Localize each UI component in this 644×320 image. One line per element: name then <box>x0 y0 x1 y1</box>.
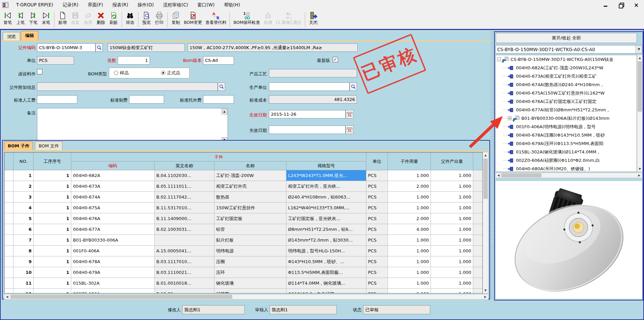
toolbar-button-关闭[interactable]: 关闭 <box>307 11 320 29</box>
cell-no[interactable]: 12 <box>13 289 34 294</box>
cell-en[interactable]: B.05.1111011... <box>155 181 214 192</box>
cell-code[interactable]: 004H0-682A <box>71 170 155 181</box>
cell-qty[interactable]: 1.000 <box>388 256 431 267</box>
tree-vertical-scrollbar[interactable]: ▲ ▼ <box>637 55 643 172</box>
cell-name[interactable]: 散热器 <box>214 192 286 203</box>
tree-node[interactable]: 004H0-682A(工矿灯-顶盖-200W)(L243*W <box>496 64 637 72</box>
cell-out[interactable]: 1.000 <box>431 235 473 246</box>
cell-en[interactable]: B.03.1117010... <box>155 256 214 267</box>
parent-extra-search-button[interactable] <box>218 82 225 91</box>
cell-seq[interactable]: 1 <box>34 192 71 203</box>
cell-no[interactable]: 6 <box>13 224 34 235</box>
batch-input[interactable] <box>118 56 150 65</box>
cell-en[interactable]: A.15.0005041... <box>155 246 214 256</box>
radio-official[interactable]: 正式品 <box>161 70 180 76</box>
cell-seq[interactable]: 1 <box>34 181 71 192</box>
cell-en[interactable]: B.02.1117042... <box>155 192 214 203</box>
cell-code[interactable]: 004H0-674A <box>71 192 155 203</box>
col-spec[interactable]: 规格型号 <box>286 162 366 170</box>
cell-code[interactable]: 004H0-679A <box>71 267 155 278</box>
cell-code[interactable]: B01-BYB00330-006A <box>71 235 155 246</box>
cell-out[interactable]: 1.000 <box>431 246 473 256</box>
cell-unit[interactable]: PCS <box>366 203 388 213</box>
cell-unit[interactable]: PCS <box>366 246 388 256</box>
cell-spec[interactable]: Ø240.4*H108mm，铝6063... <box>286 192 366 203</box>
scroll-left-icon[interactable]: ◀ <box>4 294 10 299</box>
toolbar-button-BOM变更[interactable]: BOM变更 <box>182 11 204 29</box>
cell-spec[interactable]: Ø114*T4.0MM，钢化玻璃... <box>286 278 366 289</box>
cell-seq[interactable]: 1 <box>34 256 71 267</box>
toolbar-button-上笔[interactable]: 上笔 <box>14 11 27 29</box>
parent-extra-field[interactable] <box>37 82 218 91</box>
tree-node[interactable]: 004H0-677A(铝管)(Ø8mm*H51*T2.25mm， <box>496 106 637 114</box>
cell-sel[interactable] <box>5 224 13 235</box>
cell-unit[interactable]: PCS <box>366 170 388 181</box>
expire-date-calendar-button[interactable]: 31 <box>346 126 354 134</box>
virtual-part-checkbox[interactable] <box>37 69 42 74</box>
cell-spec[interactable]: Ø143mm*T2.0mm，贴3030... <box>286 235 366 246</box>
tab-bom-children[interactable]: BOM 子件 <box>4 141 33 150</box>
toolbar-button-查看替代料[interactable]: AB查看替代料 <box>204 11 228 29</box>
cell-sel[interactable] <box>5 278 13 289</box>
parent-code-search-button[interactable] <box>95 43 103 52</box>
parent-code-input[interactable] <box>37 43 95 52</box>
tree-node[interactable]: 004H0-673A(相变工矿灯外壳)(相变工矿 <box>496 72 637 80</box>
cell-unit[interactable]: PCS <box>366 289 388 294</box>
tree-node-assembly[interactable]: +B01-BYB00330-006A(贴片灯板)(Ø143mm <box>496 114 637 122</box>
cell-qty[interactable]: 4.000 <box>388 224 431 235</box>
cell-spec[interactable]: L243*W243*T1.0MM.亚光... <box>286 170 366 181</box>
cell-en[interactable]: B.11.1409000... <box>155 213 214 224</box>
tree-node[interactable]: 004H0-679A(压环)(Φ113.5*H5MM,表面阳 <box>496 139 637 148</box>
tree-node[interactable]: 004H0-675A(150W工矿灯悬挂件)(L162*W <box>496 89 637 97</box>
prod-unit-input[interactable] <box>269 82 350 91</box>
menu-item-7[interactable]: 帮助(H) <box>219 1 245 9</box>
cell-unit[interactable]: PCS <box>366 192 388 203</box>
cell-seq[interactable]: 1 <box>34 213 71 224</box>
cell-no[interactable]: 11 <box>13 278 34 289</box>
cell-sel[interactable] <box>5 213 13 224</box>
cell-qty[interactable]: 1.000 <box>388 235 431 246</box>
cell-sel[interactable] <box>5 256 13 267</box>
tree-node[interactable]: 002Z0-606A(硅胶圈)(Φ110*Φ2.0mm,白 <box>496 156 637 165</box>
cell-qty[interactable]: 2.000 <box>388 213 431 224</box>
effective-date-calendar-button[interactable]: 31 <box>346 110 354 118</box>
toolbar-button-刷新[interactable]: 刷新 <box>107 11 120 29</box>
table-row[interactable]: 61004H0-677AB.02.1003031...铝管Ø8mm*H51*T2… <box>5 224 483 235</box>
cell-code[interactable]: 004H0-678A <box>71 256 155 267</box>
cell-code[interactable]: 004H0-675A <box>71 203 155 213</box>
cell-unit[interactable]: PCS <box>366 256 388 267</box>
minimize-icon[interactable] <box>603 3 608 7</box>
cell-seq[interactable]: 1 <box>34 246 71 256</box>
cell-more[interactable] <box>473 192 483 203</box>
cell-no[interactable]: 5 <box>13 213 34 224</box>
menu-item-0[interactable]: T-GROUP ERP(E) <box>11 1 58 9</box>
cell-qty[interactable]: 1.000 <box>388 246 431 256</box>
cell-name[interactable]: 钢化玻璃 <box>214 278 286 289</box>
menu-item-4[interactable]: 操作(O) <box>133 1 158 9</box>
cell-no[interactable]: 4 <box>13 203 34 213</box>
cell-qty[interactable]: 2.000 <box>388 289 431 294</box>
scroll-left-icon[interactable]: ◀ <box>496 173 501 178</box>
cell-more[interactable] <box>473 213 483 224</box>
table-row[interactable]: 101004H0-679AB.03.1110021...压环Φ113.5*H5M… <box>5 267 483 278</box>
cell-sel[interactable] <box>5 289 13 294</box>
cell-qty[interactable]: 1.000 <box>388 192 431 203</box>
toolbar-button-复制[interactable]: 复制 <box>169 11 182 29</box>
cell-no[interactable]: 9 <box>13 256 34 267</box>
table-row[interactable]: 31004H0-674AB.02.1117042...散热器Ø240.4*H10… <box>5 192 483 203</box>
cell-more[interactable] <box>473 267 483 278</box>
cell-seq[interactable]: 1 <box>34 267 71 278</box>
cell-seq[interactable]: 1 <box>34 170 71 181</box>
scroll-down-icon[interactable]: ▼ <box>483 288 488 293</box>
prod-unit-search-button[interactable] <box>350 82 357 91</box>
scrollbar-thumb[interactable] <box>483 158 488 199</box>
cell-unit[interactable]: PCS <box>366 278 388 289</box>
cell-more[interactable] <box>473 170 483 181</box>
col-out[interactable]: 父件产出量 <box>431 153 473 170</box>
scrollbar-thumb[interactable] <box>501 173 541 177</box>
cell-more[interactable] <box>473 278 483 289</box>
toolbar-button-打印[interactable]: 打印 <box>153 11 166 29</box>
cell-code[interactable]: 001F0-406A <box>71 246 155 256</box>
radio-sample[interactable]: 样品 <box>114 70 129 76</box>
cell-no[interactable]: 8 <box>13 246 34 256</box>
